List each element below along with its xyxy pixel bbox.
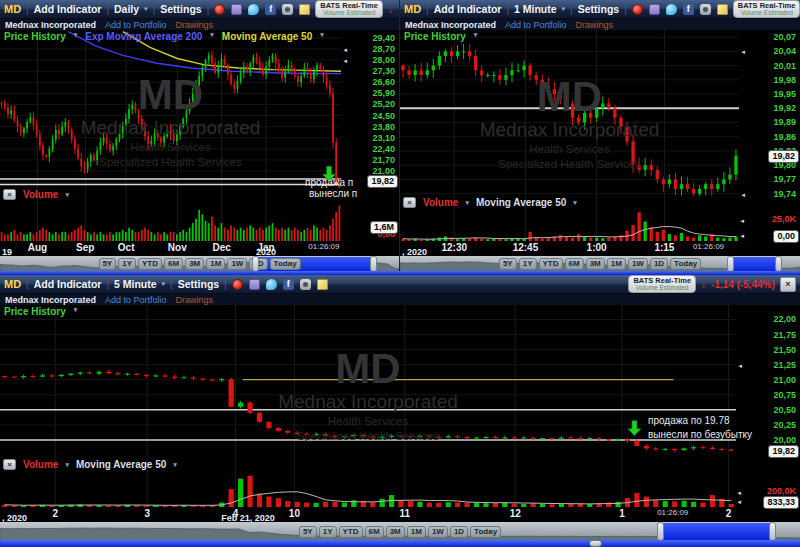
chevron-down-icon[interactable]: ▾ (74, 306, 78, 317)
legend-item[interactable]: Price History (4, 306, 66, 317)
twitter-icon[interactable] (666, 4, 677, 15)
range-button-6m[interactable]: 6M (365, 526, 384, 538)
visible-range[interactable] (730, 257, 778, 271)
range-button-1d[interactable]: 1D (450, 526, 468, 538)
range-button-1y[interactable]: 1Y (519, 258, 537, 270)
cube-icon[interactable] (249, 279, 260, 290)
volume-legend-item[interactable]: Volume (423, 197, 458, 208)
period-dropdown[interactable]: Daily (114, 3, 139, 15)
price-svg[interactable] (0, 305, 736, 458)
range-button-1d[interactable]: 1D (650, 258, 668, 270)
add-indicator-button[interactable]: Add Indicator (34, 3, 102, 15)
chevron-down-icon[interactable]: ▾ (74, 31, 78, 42)
note-icon[interactable] (317, 279, 328, 290)
chevron-down-icon[interactable]: ▾ (465, 199, 469, 207)
add-indicator-button[interactable]: Add Indicator (34, 278, 102, 290)
chevron-down-icon[interactable]: ▾ (210, 31, 214, 42)
range-button-1m[interactable]: 1M (206, 258, 225, 270)
range-button-6m[interactable]: 6M (164, 258, 183, 270)
range-button-3m[interactable]: 3M (586, 258, 605, 270)
drawings-link[interactable]: Drawings (176, 295, 214, 305)
price-chart[interactable]: MDMednax IncorporatedHealth ServicesSpec… (400, 30, 800, 196)
range-button-3m[interactable]: 3M (185, 258, 204, 270)
range-button-1m[interactable]: 1M (607, 258, 626, 270)
camera-icon[interactable] (282, 4, 293, 15)
range-button-1y[interactable]: 1Y (319, 526, 337, 538)
camera-icon[interactable] (300, 279, 311, 290)
chevron-down-icon[interactable]: ▾ (65, 461, 69, 469)
scroll-handle[interactable] (589, 540, 602, 547)
alarm-icon[interactable] (214, 4, 225, 15)
range-button-1w[interactable]: 1W (628, 258, 648, 270)
drawings-link[interactable]: Drawings (176, 20, 214, 30)
close-indicator-button[interactable]: × (3, 189, 16, 200)
range-scrollbar[interactable]: 5Y1YYTD6M3M1M1W1DToday (400, 256, 800, 271)
legend-item[interactable]: Price History (404, 31, 466, 42)
volume-legend-item[interactable]: Volume (23, 189, 58, 200)
range-button-today[interactable]: Today (270, 258, 301, 270)
range-button-today[interactable]: Today (670, 258, 701, 270)
cube-icon[interactable] (231, 4, 242, 15)
range-button-5y[interactable]: 5Y (499, 258, 517, 270)
range-handle[interactable] (769, 522, 776, 540)
add-to-portfolio-link[interactable]: Add to Portfolio (505, 20, 567, 30)
close-indicator-button[interactable]: × (3, 459, 16, 470)
facebook-icon[interactable]: f (265, 4, 276, 15)
chevron-down-icon[interactable]: ▾ (562, 5, 566, 13)
range-button-today[interactable]: Today (470, 526, 501, 538)
drawings-link[interactable]: Drawings (576, 20, 614, 30)
range-button-1y[interactable]: 1Y (118, 258, 136, 270)
add-to-portfolio-link[interactable]: Add to Portfolio (105, 20, 167, 30)
settings-button[interactable]: Settings (578, 3, 619, 15)
cube-icon[interactable] (649, 4, 660, 15)
range-button-ytd[interactable]: YTD (339, 526, 363, 538)
range-scrollbar[interactable]: 5Y1YYTD6M3M1M1W1DToday (0, 256, 399, 271)
note-icon[interactable] (299, 4, 310, 15)
facebook-icon[interactable]: f (283, 279, 294, 290)
range-button-5y[interactable]: 5Y (299, 526, 317, 538)
range-handle[interactable] (727, 256, 734, 271)
volume-chart[interactable]: ×Volume▾Moving Average 50▾200,0K◂100,0K8… (0, 458, 800, 508)
range-button-ytd[interactable]: YTD (539, 258, 563, 270)
facebook-icon[interactable]: f (683, 4, 694, 15)
range-button-5y[interactable]: 5Y (98, 258, 116, 270)
range-button-1w[interactable]: 1W (227, 258, 247, 270)
period-dropdown[interactable]: 5 Minute (114, 278, 157, 290)
volume-chart[interactable]: ×Volume▾Moving Average 50▾25,0K◂0,00◂ (400, 196, 800, 242)
page-hscrollbar[interactable] (0, 540, 800, 547)
add-to-portfolio-link[interactable]: Add to Portfolio (105, 295, 167, 305)
volume-legend-item[interactable]: Volume (23, 459, 58, 470)
settings-button[interactable]: Settings (160, 3, 201, 15)
twitter-icon[interactable] (266, 279, 277, 290)
range-button-3m[interactable]: 3M (386, 526, 405, 538)
chevron-down-icon[interactable]: ▾ (573, 199, 577, 207)
legend-item[interactable]: Price History (4, 31, 66, 42)
range-button-6m[interactable]: 6M (565, 258, 584, 270)
price-chart[interactable]: MDMednax IncorporatedHealth ServicesSpec… (0, 30, 399, 188)
chevron-down-icon[interactable]: ▾ (474, 31, 478, 42)
period-dropdown[interactable]: 1 Minute (514, 3, 557, 15)
legend-item[interactable]: Moving Average 50 (222, 31, 312, 42)
volume-legend-item[interactable]: Moving Average 50 (476, 197, 566, 208)
settings-button[interactable]: Settings (178, 278, 219, 290)
camera-icon[interactable] (700, 4, 711, 15)
alarm-icon[interactable] (632, 4, 643, 15)
legend-item[interactable]: Exp Moving Average 200 (85, 31, 202, 42)
price-chart[interactable]: MDMednax IncorporatedHealth ServicesSpec… (0, 305, 800, 458)
chevron-down-icon[interactable]: ▾ (173, 461, 177, 469)
add-indicator-button[interactable]: Add Indicator (434, 3, 502, 15)
chevron-down-icon[interactable]: ▾ (320, 31, 324, 42)
range-handle[interactable] (370, 256, 377, 271)
range-button-ytd[interactable]: YTD (138, 258, 162, 270)
volume-legend-item[interactable]: Moving Average 50 (76, 459, 166, 470)
range-button-1w[interactable]: 1W (428, 526, 448, 538)
close-indicator-button[interactable]: × (403, 197, 416, 208)
chevron-down-icon[interactable]: ▾ (162, 280, 166, 288)
visible-range[interactable] (660, 523, 772, 540)
range-handle[interactable] (657, 522, 664, 540)
note-icon[interactable] (717, 4, 728, 15)
close-panel-button[interactable]: × (780, 277, 796, 292)
price-svg[interactable] (0, 30, 341, 188)
range-handle[interactable] (775, 256, 782, 271)
range-button-1m[interactable]: 1M (407, 526, 426, 538)
